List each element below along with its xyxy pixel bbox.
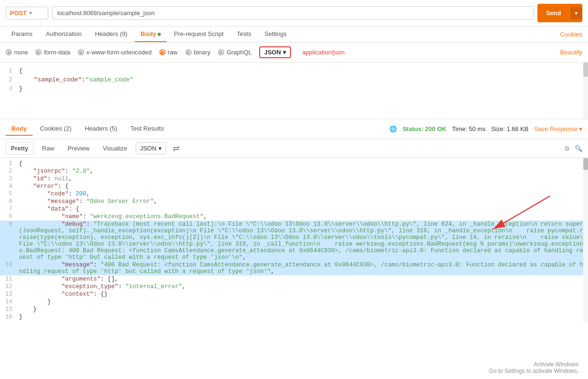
format-preview[interactable]: Preview xyxy=(63,142,94,154)
resp-json-line-5: 5 "code": 200, xyxy=(0,190,588,198)
response-time: Time: 50 ms xyxy=(452,125,485,132)
radio-form-data-dot xyxy=(35,49,42,55)
body-dot xyxy=(158,33,161,36)
format-visualize[interactable]: Visualize xyxy=(98,142,132,154)
radio-none[interactable]: none xyxy=(6,49,28,56)
code-lines: 1 { 2 "sample_code":"sample_code" 3 } xyxy=(0,62,588,97)
response-size: Size: 1.66 KB xyxy=(491,125,528,132)
radio-urlencoded-dot xyxy=(78,49,84,55)
format-raw[interactable]: Raw xyxy=(37,142,59,154)
copy-icon[interactable]: ⧉ xyxy=(565,145,569,152)
tab-params[interactable]: Params xyxy=(6,26,38,42)
resp-json-line-13: 13 "context": {} xyxy=(0,291,588,298)
radio-graphql[interactable]: GraphQL xyxy=(218,49,252,56)
request-editor: 1 { 2 "sample_code":"sample_code" 3 } xyxy=(0,62,588,119)
request-tabs: Params Authorization Headers (9) Body Pr… xyxy=(0,26,588,43)
tab-headers[interactable]: Headers (9) xyxy=(89,26,133,42)
save-response-button[interactable]: Save Response ▾ xyxy=(534,125,582,132)
tab-pre-request[interactable]: Pre-request Script xyxy=(168,26,229,42)
url-input[interactable] xyxy=(52,6,534,20)
request-bar: POST ▾ Send ▾ xyxy=(0,0,588,26)
resp-tab-cookies[interactable]: Cookies (2) xyxy=(35,122,77,136)
response-scroll-thumb[interactable] xyxy=(583,158,588,170)
response-status-area: 🌐 Status: 200 OK Time: 50 ms Size: 1.66 … xyxy=(389,125,582,132)
radio-none-dot xyxy=(6,49,12,55)
resp-tab-body[interactable]: Body xyxy=(6,122,33,136)
response-json: 1 { 2 "jsonrpc": "2.0", 3 "id": null, 4 … xyxy=(0,158,588,323)
resp-json-line-4: 4 "error": { xyxy=(0,183,588,190)
resp-json-line-10: 10 "message": "400 Bad Request: <functio… xyxy=(0,261,588,275)
status-ok: Status: 200 OK xyxy=(403,125,446,132)
radio-urlencoded[interactable]: x-www-form-urlencoded xyxy=(78,49,152,56)
response-tabs-row: Body Cookies (2) Headers (5) Test Result… xyxy=(0,119,588,139)
response-json-area: 1 { 2 "jsonrpc": "2.0", 3 "id": null, 4 … xyxy=(0,158,588,323)
resp-json-line-9: 9 "debug": "Traceback (most recent call … xyxy=(0,220,588,261)
tab-body[interactable]: Body xyxy=(135,26,167,42)
request-scroll-thumb[interactable] xyxy=(583,62,588,77)
tab-authorization[interactable]: Authorization xyxy=(40,26,88,42)
resp-tab-headers[interactable]: Headers (5) xyxy=(79,122,123,136)
filter-icon[interactable]: ⇌ xyxy=(173,143,180,154)
response-icons: ⧉ 🔍 xyxy=(565,145,582,152)
json-format-dropdown[interactable]: JSON ▾ xyxy=(259,46,290,58)
send-button[interactable]: Send ▾ xyxy=(537,4,582,22)
body-type-group: none form-data x-www-form-urlencoded raw… xyxy=(6,49,252,56)
cookies-link[interactable]: Cookies xyxy=(560,27,582,42)
send-dropdown-arrow[interactable]: ▾ xyxy=(570,7,582,19)
response-section: Body Cookies (2) Headers (5) Test Result… xyxy=(0,119,588,323)
response-scrollbar[interactable] xyxy=(583,158,588,323)
method-label: POST xyxy=(10,9,26,17)
format-pretty[interactable]: Pretty xyxy=(6,142,34,155)
radio-raw[interactable]: raw xyxy=(159,49,178,56)
request-body-editor[interactable]: 1 { 2 "sample_code":"sample_code" 3 } xyxy=(0,62,588,119)
resp-json-line-2: 2 "jsonrpc": "2.0", xyxy=(0,167,588,175)
resp-tab-test-results[interactable]: Test Results xyxy=(125,122,170,136)
radio-graphql-dot xyxy=(218,49,224,55)
req-line-2: 2 "sample_code":"sample_code" xyxy=(0,75,588,84)
globe-icon: 🌐 xyxy=(389,125,397,132)
send-button-main[interactable]: Send xyxy=(537,7,570,19)
resp-json-line-14: 14 } xyxy=(0,298,588,306)
radio-binary-dot xyxy=(185,49,192,55)
app-json-label: application/json xyxy=(302,49,345,56)
radio-form-data[interactable]: form-data xyxy=(35,49,70,56)
response-format-row: Pretty Raw Preview Visualize JSON ▾ ⇌ ⧉ … xyxy=(0,139,588,158)
resp-json-line-11: 11 "arguments": [], xyxy=(0,275,588,283)
resp-json-line-1: 1 { xyxy=(0,160,588,167)
activate-windows-notice: Activate Windows Go to Settings to activ… xyxy=(489,361,579,374)
resp-json-line-15: 15 } xyxy=(0,306,588,313)
tab-settings[interactable]: Settings xyxy=(259,26,292,42)
request-scrollbar[interactable] xyxy=(583,62,588,119)
beautify-button[interactable]: Beautify xyxy=(560,49,582,56)
resp-json-line-7: 7 "data": { xyxy=(0,205,588,213)
method-dropdown[interactable]: POST ▾ xyxy=(6,7,48,19)
resp-json-line-12: 12 "exception_type": "internal_error", xyxy=(0,283,588,291)
req-line-3: 3 } xyxy=(0,84,588,93)
tab-tests[interactable]: Tests xyxy=(231,26,257,42)
resp-json-line-16: 16 } xyxy=(0,313,588,321)
json-format-button[interactable]: JSON ▾ xyxy=(136,142,166,154)
req-line-1: 1 { xyxy=(0,66,588,75)
resp-json-line-6: 6 "message": "Odoo Server Error", xyxy=(0,198,588,205)
resp-json-line-3: 3 "id": null, xyxy=(0,175,588,183)
search-icon[interactable]: 🔍 xyxy=(575,145,582,152)
body-options-bar: none form-data x-www-form-urlencoded raw… xyxy=(0,43,588,62)
resp-json-line-8: 8 "name": "werkzeug.exceptions.BadReques… xyxy=(0,213,588,220)
radio-binary[interactable]: binary xyxy=(185,49,211,56)
radio-raw-dot xyxy=(159,49,166,55)
